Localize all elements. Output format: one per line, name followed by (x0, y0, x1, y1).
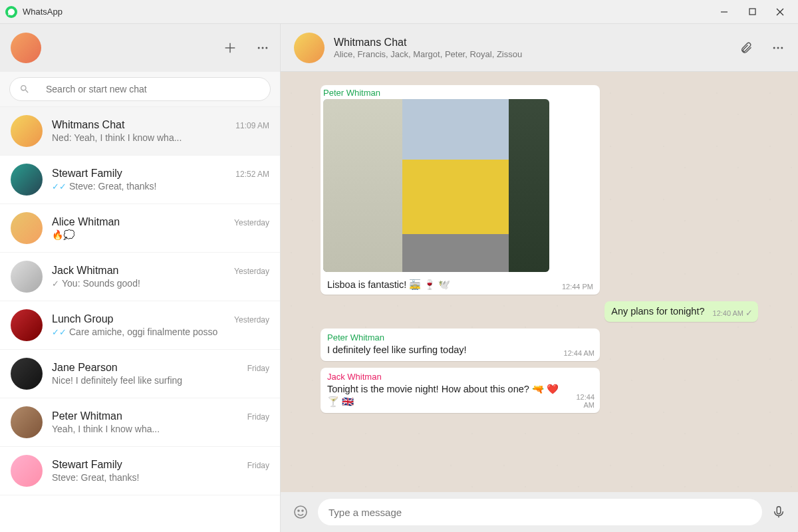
svg-point-13 (298, 510, 299, 511)
chat-name: Lunch Group (52, 313, 114, 325)
svg-point-6 (258, 47, 260, 49)
message-text: Tonight is the movie night! How about th… (327, 383, 559, 409)
chat-preview: Yeah, I think I know wha... (52, 424, 269, 434)
message-outgoing[interactable]: Any plans for tonight?12:40 AM ✓ (604, 301, 758, 323)
message-incoming[interactable]: Peter WhitmanLisboa is fantastic! 🚋 🍷 🕊️… (321, 85, 600, 295)
close-button[interactable] (775, 7, 785, 17)
minimize-button[interactable] (720, 7, 729, 17)
message-time: 12:44 AM (564, 349, 595, 357)
sent-check-icon: ✓ (745, 308, 753, 318)
conversation-title: Whitmans Chat (334, 37, 522, 49)
chat-item[interactable]: Lunch GroupYesterday✓✓ Care amiche, oggi… (0, 301, 280, 350)
chat-item[interactable]: Jack WhitmanYesterday✓ You: Sounds good! (0, 253, 280, 301)
message-image[interactable] (323, 99, 549, 272)
chat-name: Stewart Family (52, 459, 122, 471)
message-time: 12:40 AM ✓ (713, 308, 753, 318)
search-icon (19, 84, 30, 94)
chat-avatar (11, 212, 43, 244)
chat-name: Jane Pearson (52, 362, 118, 374)
maximize-button[interactable] (747, 7, 757, 17)
sidebar: Whitmans Chat11:09 AMNed: Yeah, I think … (0, 24, 281, 532)
conversation-avatar (294, 33, 325, 63)
voice-button[interactable] (771, 505, 786, 519)
chat-time: Yesterday (234, 315, 269, 325)
message-time: 12:44 AM (567, 393, 595, 409)
search-input[interactable] (46, 84, 261, 94)
svg-point-8 (265, 47, 267, 49)
chat-time: 11:09 AM (235, 121, 269, 130)
read-check-icon: ✓✓ (52, 182, 66, 192)
message-time: 12:44 PM (562, 283, 597, 292)
chat-item[interactable]: Jane PearsonFridayNice! I definitely fee… (0, 350, 280, 398)
message-incoming[interactable]: Jack WhitmanTonight is the movie night! … (321, 368, 600, 413)
svg-point-9 (773, 47, 775, 49)
chat-preview: Nice! I definitely feel like surfing (52, 375, 269, 386)
message-text: I definitely feel like surfing today! (327, 344, 467, 357)
chat-name: Whitmans Chat (52, 119, 124, 131)
chat-name: Jack Whitman (52, 265, 118, 277)
message-text: Lisboa is fantastic! 🚋 🍷 🕊️ (323, 276, 454, 292)
chat-time: Yesterday (234, 218, 269, 227)
chat-avatar (11, 406, 43, 438)
chat-name: Peter Whitman (52, 410, 122, 422)
read-check-icon: ✓✓ (52, 327, 66, 337)
chat-preview: Ned: Yeah, I think I know wha... (52, 132, 269, 143)
chat-time: Yesterday (234, 267, 269, 276)
svg-rect-1 (749, 9, 755, 15)
messages-area[interactable]: Peter WhitmanLisboa is fantastic! 🚋 🍷 🕊️… (281, 72, 798, 492)
my-avatar[interactable] (11, 33, 41, 63)
chat-avatar (11, 455, 43, 487)
conversation-panel: Whitmans Chat Alice, Francis, Jack, Marg… (281, 24, 798, 532)
svg-point-11 (781, 47, 783, 49)
message-sender: Jack Whitman (327, 372, 595, 382)
composer (281, 492, 798, 532)
emoji-button[interactable] (293, 504, 309, 520)
search-box[interactable] (9, 77, 271, 101)
chat-time: Friday (247, 364, 269, 373)
chat-avatar (11, 261, 43, 293)
window-title: WhatsApp (23, 7, 63, 17)
sent-check-icon: ✓ (52, 279, 59, 289)
message-sender: Peter Whitman (323, 88, 597, 98)
chat-time: Friday (247, 412, 269, 422)
whatsapp-logo-icon (5, 6, 17, 18)
svg-point-12 (295, 506, 307, 518)
chat-name: Stewart Family (52, 168, 122, 180)
chat-preview: 🔥💭 (52, 229, 269, 240)
window-titlebar: WhatsApp (0, 0, 798, 24)
sidebar-header (0, 24, 280, 72)
chat-avatar (11, 164, 43, 196)
chat-item[interactable]: Whitmans Chat11:09 AMNed: Yeah, I think … (0, 107, 280, 156)
svg-point-7 (262, 47, 264, 49)
chat-item[interactable]: Peter WhitmanFridayYeah, I think I know … (0, 398, 280, 447)
chat-preview: ✓✓ Steve: Great, thanks! (52, 181, 269, 192)
chat-item[interactable]: Stewart FamilyFridaySteve: Great, thanks… (0, 447, 280, 495)
chat-avatar (11, 115, 43, 147)
chat-preview: ✓✓ Care amiche, oggi finalmente posso (52, 327, 269, 337)
chat-name: Alice Whitman (52, 216, 120, 228)
conversation-header[interactable]: Whitmans Chat Alice, Francis, Jack, Marg… (281, 24, 798, 72)
chat-list: Whitmans Chat11:09 AMNed: Yeah, I think … (0, 107, 280, 532)
chat-item[interactable]: Alice WhitmanYesterday🔥💭 (0, 204, 280, 253)
conversation-menu-button[interactable] (771, 41, 785, 55)
conversation-members: Alice, Francis, Jack, Margot, Peter, Roy… (334, 49, 522, 59)
chat-time: 12:52 AM (235, 170, 269, 179)
attach-button[interactable] (739, 41, 753, 55)
chat-time: Friday (247, 461, 269, 470)
message-sender: Peter Whitman (327, 332, 595, 342)
chat-avatar (11, 358, 43, 390)
chat-preview: ✓ You: Sounds good! (52, 278, 269, 289)
svg-point-10 (777, 47, 779, 49)
message-incoming[interactable]: Peter WhitmanI definitely feel like surf… (321, 329, 600, 361)
svg-rect-15 (777, 507, 781, 514)
menu-button[interactable] (256, 41, 269, 55)
message-input[interactable] (329, 507, 751, 518)
message-text: Any plans for tonight? (611, 305, 704, 319)
chat-avatar (11, 309, 43, 341)
new-chat-button[interactable] (223, 41, 237, 55)
chat-item[interactable]: Stewart Family12:52 AM✓✓ Steve: Great, t… (0, 156, 280, 204)
search-bar (0, 72, 280, 107)
svg-point-14 (302, 510, 303, 511)
chat-preview: Steve: Great, thanks! (52, 472, 269, 483)
message-input-wrap[interactable] (318, 499, 762, 525)
